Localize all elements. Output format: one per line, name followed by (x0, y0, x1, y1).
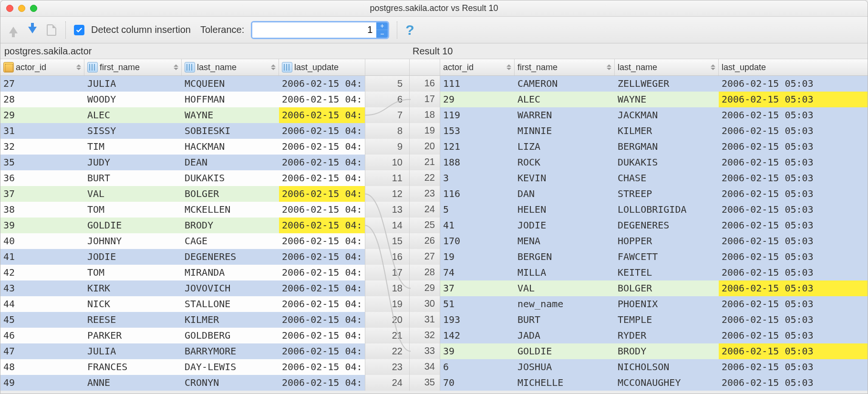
cell-last_update[interactable]: 2006-02-15 05:03 (719, 233, 868, 249)
cell-actor_id[interactable]: 70 (440, 375, 515, 391)
row-number[interactable]: 18 (410, 107, 440, 123)
cell-first_name[interactable]: REESE (84, 312, 182, 328)
table-row[interactable]: 3051new_namePHOENIX2006-02-15 05:03 (410, 296, 868, 312)
cell-last_name[interactable]: DEGENERES (182, 249, 279, 265)
cell-last_name[interactable]: DUKAKIS (182, 170, 279, 186)
cell-first_name[interactable]: TIM (84, 139, 182, 155)
table-row[interactable]: 223KEVINCHASE2006-02-15 05:03 (410, 170, 868, 186)
cell-first_name[interactable]: JODIE (515, 218, 615, 233)
cell-first_name[interactable]: VAL (84, 186, 182, 202)
table-row[interactable]: 48FRANCESDAY-LEWIS2006-02-15 04: (0, 359, 365, 375)
cell-actor_id[interactable]: 47 (0, 343, 84, 359)
cell-last_update[interactable]: 2006-02-15 05:03 (719, 202, 868, 218)
help-icon[interactable]: ? (405, 22, 414, 38)
cell-last_update[interactable]: 2006-02-15 04: (279, 92, 365, 107)
row-number[interactable]: 33 (410, 343, 440, 359)
cell-first_name[interactable]: ALEC (84, 107, 182, 123)
row-number[interactable]: 19 (410, 123, 440, 139)
cell-last_name[interactable]: RYDER (615, 328, 719, 343)
cell-last_update[interactable]: 2006-02-15 05:03 (719, 139, 868, 155)
cell-last_update[interactable]: 2006-02-15 05:03 (719, 359, 868, 375)
cell-last_update[interactable]: 2006-02-15 05:03 (719, 218, 868, 233)
cell-first_name[interactable]: DAN (515, 186, 615, 202)
cell-actor_id[interactable]: 74 (440, 265, 515, 280)
table-row[interactable]: 44NICKSTALLONE2006-02-15 04: (0, 296, 365, 312)
cell-last_update[interactable]: 2006-02-15 04: (279, 328, 365, 343)
cell-actor_id[interactable]: 48 (0, 359, 84, 375)
cell-actor_id[interactable]: 35 (0, 155, 84, 170)
cell-last_name[interactable]: HOPPER (615, 233, 719, 249)
cell-last_update[interactable]: 2006-02-15 05:03 (719, 280, 868, 296)
row-number[interactable]: 26 (410, 233, 440, 249)
cell-actor_id[interactable]: 193 (440, 312, 515, 328)
cell-first_name[interactable]: JADA (515, 328, 615, 343)
cell-last_name[interactable]: BOLGER (615, 280, 719, 296)
cell-last_update[interactable]: 2006-02-15 05:03 (719, 343, 868, 359)
row-number[interactable]: 28 (410, 265, 440, 280)
cell-last_name[interactable]: BARRYMORE (182, 343, 279, 359)
cell-first_name[interactable]: JULIA (84, 343, 182, 359)
cell-last_update[interactable]: 2006-02-15 05:03 (719, 155, 868, 170)
cell-last_update[interactable]: 2006-02-15 04: (279, 202, 365, 218)
cell-first_name[interactable]: MICHELLE (515, 375, 615, 391)
cell-actor_id[interactable]: 28 (0, 92, 84, 107)
cell-last_update[interactable]: 2006-02-15 04: (279, 186, 365, 202)
cell-last_name[interactable]: BRODY (615, 343, 719, 359)
row-number[interactable]: 22 (410, 170, 440, 186)
cell-first_name[interactable]: GOLDIE (515, 343, 615, 359)
cell-first_name[interactable]: JUDY (84, 155, 182, 170)
row-number[interactable]: 34 (410, 359, 440, 375)
cell-actor_id[interactable]: 45 (0, 312, 84, 328)
col-header-last-update[interactable]: last_update (719, 59, 868, 75)
cell-first_name[interactable]: TOM (84, 265, 182, 280)
cell-first_name[interactable]: JULIA (84, 76, 182, 92)
cell-actor_id[interactable]: 39 (0, 218, 84, 233)
table-row[interactable]: 37VALBOLGER2006-02-15 04: (0, 186, 365, 202)
table-row[interactable]: 3570MICHELLEMCCONAUGHEY2006-02-15 05:03 (410, 375, 868, 391)
table-row[interactable]: 42TOMMIRANDA2006-02-15 04: (0, 265, 365, 280)
cell-last_update[interactable]: 2006-02-15 04: (279, 359, 365, 375)
row-number[interactable]: 31 (410, 312, 440, 328)
cell-last_update[interactable]: 2006-02-15 05:03 (719, 296, 868, 312)
cell-last_update[interactable]: 2006-02-15 04: (279, 170, 365, 186)
table-row[interactable]: 19153MINNIEKILMER2006-02-15 05:03 (410, 123, 868, 139)
cell-last_name[interactable]: ZELLWEGER (615, 76, 719, 92)
cell-last_update[interactable]: 2006-02-15 05:03 (719, 312, 868, 328)
cell-last_update[interactable]: 2006-02-15 04: (279, 280, 365, 296)
table-row[interactable]: 31SISSYSOBIESKI2006-02-15 04: (0, 123, 365, 139)
cell-last_update[interactable]: 2006-02-15 04: (279, 296, 365, 312)
cell-first_name[interactable]: LIZA (515, 139, 615, 155)
col-header-rownum[interactable] (410, 59, 440, 75)
cell-actor_id[interactable]: 116 (440, 186, 515, 202)
col-header-first-name[interactable]: first_name (84, 59, 182, 75)
cell-last_update[interactable]: 2006-02-15 04: (279, 343, 365, 359)
cell-last_update[interactable]: 2006-02-15 05:03 (719, 107, 868, 123)
table-row[interactable]: 28WOODYHOFFMAN2006-02-15 04: (0, 92, 365, 107)
cell-last_name[interactable]: TEMPLE (615, 312, 719, 328)
table-row[interactable]: 26170MENAHOPPER2006-02-15 05:03 (410, 233, 868, 249)
cell-last_update[interactable]: 2006-02-15 04: (279, 249, 365, 265)
tolerance-step-down[interactable]: − (376, 30, 388, 38)
cell-last_update[interactable]: 2006-02-15 05:03 (719, 328, 868, 343)
cell-actor_id[interactable]: 39 (440, 343, 515, 359)
table-row[interactable]: 41JODIEDEGENERES2006-02-15 04: (0, 249, 365, 265)
cell-last_update[interactable]: 2006-02-15 05:03 (719, 249, 868, 265)
cell-last_name[interactable]: DEGENERES (615, 218, 719, 233)
row-number[interactable]: 16 (410, 76, 440, 92)
cell-last_update[interactable]: 2006-02-15 05:03 (719, 92, 868, 107)
cell-first_name[interactable]: NICK (84, 296, 182, 312)
cell-actor_id[interactable]: 3 (440, 170, 515, 186)
col-header-actor-id[interactable]: actor_id (440, 59, 515, 75)
cell-last_update[interactable]: 2006-02-15 04: (279, 107, 365, 123)
cell-last_name[interactable]: CRONYN (182, 375, 279, 391)
cell-actor_id[interactable]: 49 (0, 375, 84, 391)
cell-last_name[interactable]: BOLGER (182, 186, 279, 202)
tolerance-input[interactable] (252, 22, 376, 38)
cell-first_name[interactable]: CAMERON (515, 76, 615, 92)
export-button[interactable] (45, 24, 58, 36)
table-row[interactable]: 39GOLDIEBRODY2006-02-15 04: (0, 218, 365, 233)
table-row[interactable]: 245HELENLOLLOBRIGIDA2006-02-15 05:03 (410, 202, 868, 218)
col-header-last-update[interactable]: last_update (279, 59, 365, 75)
table-row[interactable]: 23116DANSTREEP2006-02-15 05:03 (410, 186, 868, 202)
table-row[interactable]: 20121LIZABERGMAN2006-02-15 05:03 (410, 139, 868, 155)
